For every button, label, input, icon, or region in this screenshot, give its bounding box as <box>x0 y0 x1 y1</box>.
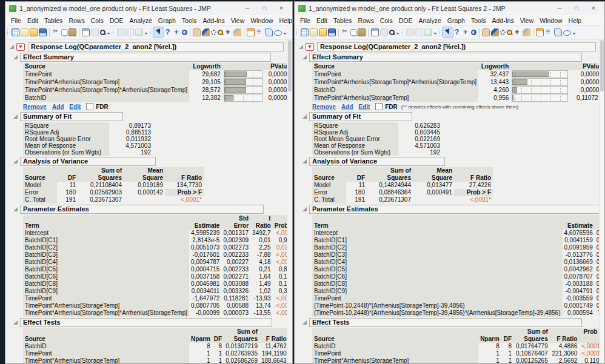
menu-graph[interactable]: Graph <box>155 17 179 24</box>
dropdown-caret-icon[interactable] <box>396 33 399 35</box>
red-triangle-menu[interactable] <box>16 43 25 51</box>
maximize-button[interactable]: □ <box>256 2 273 15</box>
dropdown-caret-icon[interactable] <box>283 33 287 35</box>
disclosure-triangle[interactable] <box>10 45 14 49</box>
maximize-button[interactable]: □ <box>568 2 585 15</box>
save-file-icon[interactable] <box>39 28 47 36</box>
new-journal-icon[interactable] <box>310 28 318 36</box>
minimize-button[interactable]: ─ <box>239 2 256 15</box>
menu-tools[interactable]: Tools <box>179 17 200 24</box>
menu-help[interactable]: Help <box>276 17 296 24</box>
dropdown-caret-icon[interactable] <box>144 33 148 35</box>
menu-cols[interactable]: Cols <box>88 17 107 24</box>
menu-analyze[interactable]: Analyze <box>126 17 155 24</box>
close-button[interactable]: × <box>273 2 290 15</box>
close-button[interactable]: × <box>585 2 602 15</box>
move-tool-icon[interactable] <box>462 28 470 36</box>
disclosure-triangle[interactable] <box>13 55 18 59</box>
menu-doe[interactable]: DOE <box>107 17 127 24</box>
new-data-table-icon[interactable] <box>301 28 309 36</box>
scrollbar-thumb[interactable] <box>288 40 292 91</box>
menu-window[interactable]: Window <box>247 17 276 24</box>
disclosure-triangle[interactable] <box>13 207 18 211</box>
magnifier-icon[interactable] <box>507 30 512 35</box>
menu-edit[interactable]: Edit <box>313 17 330 24</box>
help-icon[interactable] <box>164 28 172 36</box>
menu-view[interactable]: View <box>228 17 248 24</box>
pencil-icon[interactable] <box>523 28 530 36</box>
search-icon[interactable] <box>100 30 105 35</box>
disclosure-triangle[interactable] <box>302 114 307 119</box>
edit-link[interactable]: Edit <box>358 104 370 110</box>
hand-grabber-icon[interactable] <box>193 28 201 36</box>
add-link[interactable]: Add <box>52 104 64 110</box>
oval-icon[interactable] <box>274 30 282 36</box>
copy-icon[interactable] <box>61 29 67 36</box>
annotate-icon[interactable] <box>536 28 544 36</box>
menu-tables[interactable]: Tables <box>41 17 65 24</box>
disclosure-triangle[interactable] <box>13 159 18 164</box>
disclosure-triangle[interactable] <box>302 320 307 325</box>
plus-tool-icon[interactable] <box>513 28 521 36</box>
brush-icon[interactable] <box>491 28 499 36</box>
disclosure-triangle[interactable] <box>302 55 307 59</box>
arrow-cursor-icon[interactable] <box>444 28 452 36</box>
oval-icon[interactable] <box>563 30 571 36</box>
disclosure-triangle[interactable] <box>299 45 303 49</box>
lasso-icon[interactable] <box>500 30 506 35</box>
polygon-icon[interactable] <box>554 28 562 36</box>
menu-file[interactable]: File <box>297 17 313 24</box>
open-file-icon[interactable] <box>319 28 327 36</box>
annotate-icon[interactable] <box>247 28 255 36</box>
layout-window-icon[interactable] <box>82 28 90 36</box>
cut-icon[interactable] <box>52 28 60 36</box>
menu-tables[interactable]: Tables <box>330 17 355 24</box>
minimize-button[interactable]: ─ <box>551 2 568 15</box>
remove-link[interactable]: Remove <box>312 104 336 110</box>
layout-window-icon[interactable] <box>371 28 379 36</box>
titlebar[interactable]: 1_anonymized w model_one product only - … <box>5 2 292 15</box>
disclosure-triangle[interactable] <box>13 114 18 119</box>
vertical-scrollbar[interactable] <box>599 39 604 363</box>
titlebar[interactable]: 1_anonymized w model_one product only - … <box>295 2 604 15</box>
remove-link[interactable]: Remove <box>23 104 47 110</box>
pencil-icon[interactable] <box>233 28 241 36</box>
paste-icon[interactable] <box>69 28 76 36</box>
menu-graph[interactable]: Graph <box>444 17 468 24</box>
help-icon[interactable] <box>453 28 461 36</box>
disclosure-triangle[interactable] <box>13 320 18 325</box>
lasso-icon[interactable] <box>211 30 216 35</box>
dropdown-caret-icon[interactable] <box>433 33 437 35</box>
magnifier-icon[interactable] <box>218 30 223 35</box>
add-link[interactable]: Add <box>341 104 353 110</box>
menu-help[interactable]: Help <box>566 17 585 24</box>
menu-addins[interactable]: Add-Ins <box>489 17 516 24</box>
menu-window[interactable]: Window <box>536 17 565 24</box>
menu-cols[interactable]: Cols <box>377 17 396 24</box>
new-journal-icon[interactable] <box>21 28 28 36</box>
new-data-table-icon[interactable] <box>12 28 19 36</box>
scrollbar-thumb[interactable] <box>600 40 604 91</box>
menu-addins[interactable]: Add-Ins <box>199 17 227 24</box>
hand-grabber-icon[interactable] <box>482 28 490 36</box>
cut-icon[interactable] <box>341 28 349 36</box>
save-file-icon[interactable] <box>328 28 336 36</box>
copy-icon[interactable] <box>350 29 356 36</box>
menu-doe[interactable]: DOE <box>396 17 416 24</box>
paste-icon[interactable] <box>358 28 366 36</box>
brush-icon[interactable] <box>202 28 210 36</box>
globe-icon[interactable] <box>182 30 187 35</box>
lines-icon[interactable] <box>545 28 553 36</box>
dropdown-caret-icon[interactable] <box>572 33 576 35</box>
menu-analyze[interactable]: Analyze <box>415 17 444 24</box>
dropdown-caret-icon[interactable] <box>107 33 110 35</box>
lines-icon[interactable] <box>256 28 264 36</box>
menu-file[interactable]: File <box>8 17 24 24</box>
menu-tools[interactable]: Tools <box>468 17 489 24</box>
menu-edit[interactable]: Edit <box>24 17 41 24</box>
arrow-cursor-icon[interactable] <box>155 28 162 36</box>
plus-tool-icon[interactable] <box>224 28 232 36</box>
disclosure-triangle[interactable] <box>302 159 307 164</box>
menu-rows[interactable]: Rows <box>65 17 87 24</box>
move-tool-icon[interactable] <box>173 28 181 36</box>
